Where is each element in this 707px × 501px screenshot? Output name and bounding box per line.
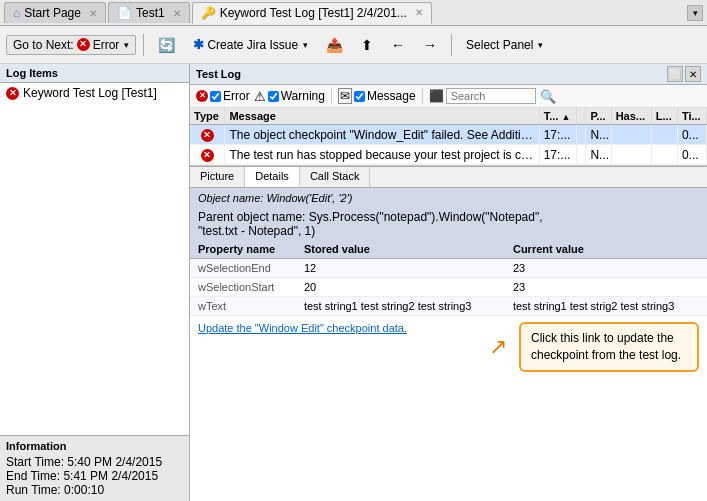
row-type: ✕ <box>190 145 225 165</box>
details-header-3-text: "test.txt - Notepad", 1) <box>198 224 315 238</box>
filter-sep1 <box>331 88 332 104</box>
error-dropdown-arrow[interactable]: ▾ <box>124 40 129 50</box>
send-icon: 📤 <box>326 37 343 53</box>
select-panel-button[interactable]: Select Panel ▾ <box>459 35 550 55</box>
detail-prop: wText <box>190 297 296 316</box>
row-l <box>651 145 677 165</box>
row-has <box>611 145 651 165</box>
search-input[interactable] <box>451 90 531 102</box>
row-error-icon: ✕ <box>201 129 214 142</box>
col-sort <box>577 108 586 125</box>
close-panel-button[interactable]: ✕ <box>685 66 701 82</box>
log-table: Type Message T... ▲ P... Has... L... Ti.… <box>190 108 707 165</box>
bottom-tabs: Picture Details Call Stack <box>190 166 707 188</box>
restore-button[interactable]: ⬜ <box>667 66 683 82</box>
end-value: 5:41 PM 2/4/2015 <box>63 469 158 483</box>
details-header-2-text: Parent object name: Sys.Process("notepad… <box>198 210 543 224</box>
run-time-row: Run Time: 0:00:10 <box>6 483 183 497</box>
forward-button[interactable]: → <box>416 34 444 56</box>
sep1 <box>143 34 144 56</box>
details-header-row: Property name Stored value Current value <box>190 240 707 259</box>
detail-stored: test string1 test string2 test string3 <box>296 297 505 316</box>
tab-bar: ⌂ Start Page ✕ 📄 Test1 ✕ 🔑 Keyword Test … <box>0 0 707 26</box>
tab-start-close[interactable]: ✕ <box>89 8 97 19</box>
log-items-panel: Log Items ✕ Keyword Test Log [Test1] Inf… <box>0 64 190 501</box>
details-header-1: Object name: Window('Edit', '2') <box>190 188 707 208</box>
log-items-list: ✕ Keyword Test Log [Test1] <box>0 83 189 435</box>
detail-current: 23 <box>505 259 707 278</box>
error-filter[interactable]: ✕ Error <box>196 89 250 103</box>
select-panel-label: Select Panel <box>466 38 533 52</box>
col-message: Message <box>225 108 539 125</box>
row-ti: 0... <box>677 145 706 165</box>
tab-picture[interactable]: Picture <box>190 167 245 187</box>
search-icon[interactable]: 🔍 <box>540 89 556 104</box>
detail-prop: wSelectionEnd <box>190 259 296 278</box>
refresh-icon: 🔄 <box>158 37 175 53</box>
warning-filter[interactable]: ⚠ Warning <box>254 89 325 104</box>
details-footer: Update the "Window Edit" checkpoint data… <box>190 316 707 378</box>
details-table: Property name Stored value Current value… <box>190 240 707 316</box>
start-value: 5:40 PM 2/4/2015 <box>67 455 162 469</box>
callout-text: Click this link to update the checkpoint… <box>531 331 681 362</box>
refresh-button[interactable]: 🔄 <box>151 34 182 56</box>
log-items-header: Log Items <box>0 64 189 83</box>
callout-box: Click this link to update the checkpoint… <box>519 322 699 372</box>
log-item-1[interactable]: ✕ Keyword Test Log [Test1] <box>0 83 189 103</box>
test-log-panel: Test Log ⬜ ✕ ✕ Error ⚠ Warning ✉ Mess <box>190 64 707 501</box>
table-row[interactable]: ✕ The test run has stopped because your … <box>190 145 707 165</box>
warning-filter-label: Warning <box>281 89 325 103</box>
col-l: L... <box>651 108 677 125</box>
col-t: T... ▲ <box>539 108 576 125</box>
jira-dropdown-arrow[interactable]: ▾ <box>303 40 308 50</box>
tab-dropdown-button[interactable]: ▾ <box>687 5 703 21</box>
tab-kwlog-close[interactable]: ✕ <box>415 7 423 18</box>
start-time-row: Start Time: 5:40 PM 2/4/2015 <box>6 455 183 469</box>
update-checkpoint-link[interactable]: Update the "Window Edit" checkpoint data… <box>198 322 407 334</box>
message-filter-icon: ✉ <box>338 88 352 104</box>
callout-arrow-icon: ↗ <box>489 334 507 360</box>
tab-test1[interactable]: 📄 Test1 ✕ <box>108 2 190 23</box>
table-header-row: Type Message T... ▲ P... Has... L... Ti.… <box>190 108 707 125</box>
test-log-title: Test Log <box>196 68 241 80</box>
log-table-body: ✕ The object checkpoint "Window_Edit" fa… <box>190 125 707 165</box>
run-label: Run Time: <box>6 483 61 497</box>
error-label-toolbar: Error <box>93 38 120 52</box>
tab-kwlog-label: Keyword Test Log [Test1] 2/4/201... <box>220 6 407 20</box>
upload-button[interactable]: ⬆ <box>354 34 380 56</box>
filter-bar: ✕ Error ⚠ Warning ✉ Message ⬛ 🔍 <box>190 85 707 108</box>
send-button[interactable]: 📤 <box>319 34 350 56</box>
tab-start-page[interactable]: ⌂ Start Page ✕ <box>4 2 106 23</box>
details-row: wSelectionStart 20 23 <box>190 278 707 297</box>
table-row[interactable]: ✕ The object checkpoint "Window_Edit" fa… <box>190 125 707 145</box>
select-panel-arrow[interactable]: ▾ <box>538 40 543 50</box>
create-jira-label: Create Jira Issue <box>207 38 298 52</box>
row-type: ✕ <box>190 125 225 145</box>
start-label: Start Time: <box>6 455 64 469</box>
back-button[interactable]: ← <box>384 34 412 56</box>
warning-checkbox[interactable] <box>268 91 279 102</box>
row-has <box>611 125 651 145</box>
create-jira-button[interactable]: ✱ Create Jira Issue ▾ <box>186 34 315 55</box>
message-checkbox[interactable] <box>354 91 365 102</box>
test-log-header: Test Log ⬜ ✕ <box>190 64 707 85</box>
message-filter[interactable]: ✉ Message <box>338 88 416 104</box>
detail-current: test string1 test strig2 test string3 <box>505 297 707 316</box>
detail-stored: 12 <box>296 259 505 278</box>
tab-start-label: Start Page <box>24 6 81 20</box>
tab-details[interactable]: Details <box>245 167 300 187</box>
tab-test1-label: Test1 <box>136 6 165 20</box>
log-item-error-icon: ✕ <box>6 87 19 100</box>
row-t: 17:... <box>539 125 576 145</box>
row-message: The object checkpoint "Window_Edit" fail… <box>225 125 539 145</box>
log-table-container: Type Message T... ▲ P... Has... L... Ti.… <box>190 108 707 166</box>
end-time-row: End Time: 5:41 PM 2/4/2015 <box>6 469 183 483</box>
error-icon-toolbar: ✕ <box>77 38 90 51</box>
tab-call-stack[interactable]: Call Stack <box>300 167 371 187</box>
tab-test1-close[interactable]: ✕ <box>173 8 181 19</box>
row-t: 17:... <box>539 145 576 165</box>
details-panel: Object name: Window('Edit', '2') Parent … <box>190 188 707 501</box>
error-checkbox[interactable] <box>210 91 221 102</box>
main-toolbar: Go to Next: ✕ Error ▾ 🔄 ✱ Create Jira Is… <box>0 26 707 64</box>
tab-kwlog[interactable]: 🔑 Keyword Test Log [Test1] 2/4/201... ✕ <box>192 2 432 24</box>
